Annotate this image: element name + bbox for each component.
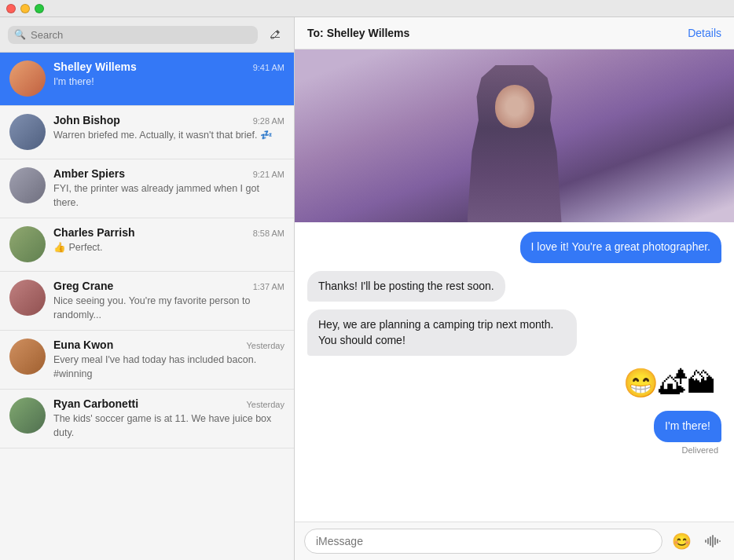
compose-button[interactable] xyxy=(264,24,286,46)
avatar-shelley xyxy=(9,60,46,97)
conv-preview-ryan: The kids' soccer game is at 11. We have … xyxy=(53,412,284,440)
detail-panel: To: Shelley Willems Details I love it! Y… xyxy=(295,17,734,560)
conversation-item-ryan[interactable]: Ryan Carbonetti Yesterday The kids' socc… xyxy=(0,390,294,448)
message-bubble-msg2: Thanks! I'll be posting the rest soon. xyxy=(307,271,505,302)
conv-content-shelley: Shelley Willems 9:41 AM I'm there! xyxy=(53,60,284,90)
svg-rect-6 xyxy=(717,539,718,544)
svg-rect-4 xyxy=(712,535,714,547)
avatar-amber xyxy=(9,167,46,203)
conv-time-euna: Yesterday xyxy=(246,341,284,350)
avatar-john xyxy=(9,114,46,150)
message-bubble-msg1: I love it! You're a great photographer. xyxy=(520,232,721,263)
detail-recipient: To: Shelley Willems xyxy=(307,27,409,39)
title-bar xyxy=(0,0,734,17)
conv-header-amber: Amber Spiers 9:21 AM xyxy=(53,167,284,180)
svg-rect-2 xyxy=(707,538,709,544)
to-label: To: xyxy=(307,27,324,39)
details-button[interactable]: Details xyxy=(688,27,721,39)
svg-rect-7 xyxy=(719,540,721,542)
conversation-item-greg[interactable]: Greg Crane 1:37 AM Nice seeing you. You'… xyxy=(0,272,294,331)
avatar-ryan xyxy=(9,397,46,434)
messages-container: I love it! You're a great photographer.T… xyxy=(295,222,734,522)
conv-name-amber: Amber Spiers xyxy=(53,167,125,180)
conv-time-greg: 1:37 AM xyxy=(253,282,284,291)
conv-name-john: John Bishop xyxy=(53,114,120,126)
svg-rect-5 xyxy=(714,537,716,545)
close-button[interactable] xyxy=(6,4,16,13)
zoom-button[interactable] xyxy=(35,4,44,13)
conv-preview-shelley: I'm there! xyxy=(53,75,284,90)
avatar-charles xyxy=(9,226,46,262)
emoji-row-msg4: 😁🏕🏔 xyxy=(617,364,721,403)
audio-wave-icon xyxy=(704,534,721,548)
sidebar-header: 🔍 xyxy=(0,17,294,53)
emoji-icon: 😊 xyxy=(672,532,692,551)
avatar-greg xyxy=(9,280,46,316)
conv-preview-euna: Every meal I've had today has included b… xyxy=(53,353,284,381)
conv-time-charles: 8:58 AM xyxy=(253,229,284,238)
conversation-item-euna[interactable]: Euna Kwon Yesterday Every meal I've had … xyxy=(0,331,294,390)
conv-content-euna: Euna Kwon Yesterday Every meal I've had … xyxy=(53,339,284,381)
message-input[interactable] xyxy=(304,529,662,554)
svg-rect-1 xyxy=(705,540,706,543)
conv-name-shelley: Shelley Willems xyxy=(53,60,137,73)
message-bubble-msg3: Hey, we are planning a camping trip next… xyxy=(307,309,577,356)
conv-header-ryan: Ryan Carbonetti Yesterday xyxy=(53,397,284,410)
conv-content-ryan: Ryan Carbonetti Yesterday The kids' socc… xyxy=(53,397,284,440)
conversation-list: Shelley Willems 9:41 AM I'm there! John … xyxy=(0,53,294,560)
app-container: 🔍 Shelley Willems 9:41 AM I'm there! xyxy=(0,17,734,560)
sidebar: 🔍 Shelley Willems 9:41 AM I'm there! xyxy=(0,17,295,560)
conv-time-ryan: Yesterday xyxy=(246,400,284,409)
conv-content-amber: Amber Spiers 9:21 AM FYI, the printer wa… xyxy=(53,167,284,210)
conversation-item-john[interactable]: John Bishop 9:28 AM Warren briefed me. A… xyxy=(0,106,294,159)
conv-header-euna: Euna Kwon Yesterday xyxy=(53,339,284,351)
conv-header-john: John Bishop 9:28 AM xyxy=(53,114,284,126)
search-bar[interactable]: 🔍 xyxy=(8,26,258,44)
svg-rect-3 xyxy=(710,536,711,546)
compose-icon xyxy=(269,28,281,41)
emoji-button[interactable]: 😊 xyxy=(669,529,695,554)
conv-content-greg: Greg Crane 1:37 AM Nice seeing you. You'… xyxy=(53,280,284,322)
conv-content-charles: Charles Parrish 8:58 AM 👍 Perfect. xyxy=(53,226,284,255)
photo-figure xyxy=(295,49,734,222)
recipient-name: Shelley Willems xyxy=(327,27,410,39)
conv-time-john: 9:28 AM xyxy=(253,116,284,126)
detail-header: To: Shelley Willems Details xyxy=(295,17,734,49)
conv-preview-greg: Nice seeing you. You're my favorite pers… xyxy=(53,295,284,322)
audio-button[interactable] xyxy=(701,531,725,551)
conv-header-greg: Greg Crane 1:37 AM xyxy=(53,280,284,292)
conv-preview-charles: 👍 Perfect. xyxy=(53,241,284,255)
conv-header-charles: Charles Parrish 8:58 AM xyxy=(53,226,284,239)
conv-name-euna: Euna Kwon xyxy=(53,339,113,351)
conv-name-greg: Greg Crane xyxy=(53,280,113,292)
photo-header xyxy=(295,49,734,222)
conversation-item-amber[interactable]: Amber Spiers 9:21 AM FYI, the printer wa… xyxy=(0,159,294,218)
search-input[interactable] xyxy=(31,29,251,41)
message-area: I love it! You're a great photographer.T… xyxy=(295,49,734,522)
avatar-euna xyxy=(9,339,46,375)
conversation-item-shelley[interactable]: Shelley Willems 9:41 AM I'm there! xyxy=(0,53,294,106)
conv-time-amber: 9:21 AM xyxy=(253,170,284,179)
conv-header-shelley: Shelley Willems 9:41 AM xyxy=(53,60,284,73)
conv-content-john: John Bishop 9:28 AM Warren briefed me. A… xyxy=(53,114,284,143)
minimize-button[interactable] xyxy=(20,4,30,13)
conv-preview-amber: FYI, the printer was already jammed when… xyxy=(53,182,284,210)
conv-time-shelley: 9:41 AM xyxy=(253,63,284,72)
conv-preview-john: Warren briefed me. Actually, it wasn't t… xyxy=(53,129,284,143)
conv-name-ryan: Ryan Carbonetti xyxy=(53,397,138,410)
search-icon: 🔍 xyxy=(14,29,26,40)
message-bubble-msg5: I'm there! xyxy=(654,411,721,442)
message-input-area: 😊 xyxy=(295,522,734,560)
conv-name-charles: Charles Parrish xyxy=(53,226,135,239)
conversation-item-charles[interactable]: Charles Parrish 8:58 AM 👍 Perfect. xyxy=(0,218,294,272)
delivered-label: Delivered xyxy=(682,445,721,455)
